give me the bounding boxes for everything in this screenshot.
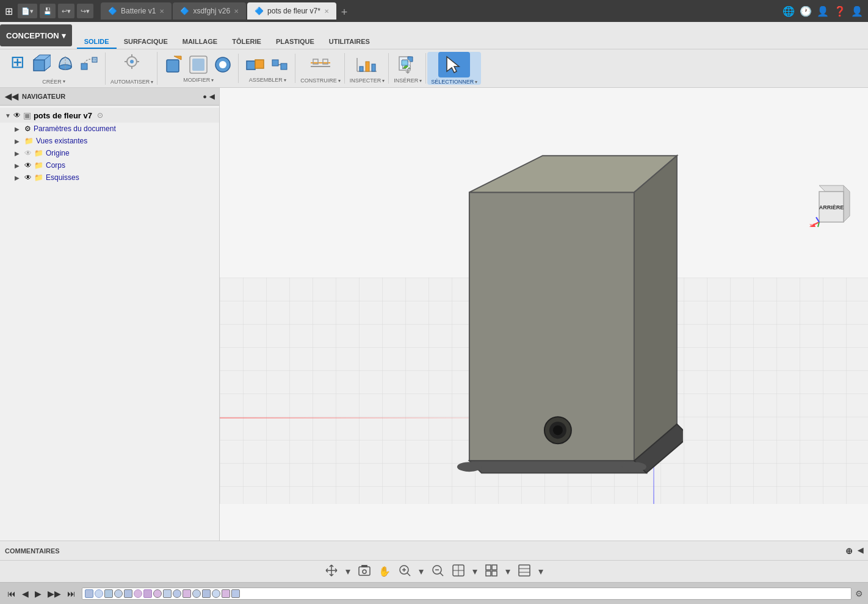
tab-surfacique[interactable]: SURFACIQUE (117, 35, 175, 49)
nav-root[interactable]: ▼ 👁 ▣ pots de fleur v7 ⊙ (0, 108, 219, 123)
nav-root-arrow[interactable]: ▼ (5, 112, 11, 119)
inserer-dropdown[interactable]: ▾ (419, 78, 422, 84)
redo-btn[interactable]: ↪▾ (77, 4, 93, 18)
history-icon[interactable]: 🕐 (800, 5, 812, 17)
nav-item-vues[interactable]: ▶ 📁 Vues existantes (10, 135, 219, 147)
tab-pots-close[interactable]: ✕ (324, 8, 329, 15)
nav-item-params[interactable]: ▶ ⚙ Paramètres du document (10, 123, 219, 135)
nav-origine-folder: 📁 (34, 149, 43, 157)
timeline-back[interactable]: ◀ (20, 588, 31, 600)
tab-batterie[interactable]: 🔷 Batterie v1 ✕ (101, 2, 172, 20)
timeline-settings-icon[interactable]: ⚙ (855, 589, 863, 599)
modifier-btn2[interactable] (187, 54, 210, 76)
tab-xsdfghj[interactable]: 🔷 xsdfghj v26 ✕ (173, 2, 246, 20)
assembler-dropdown[interactable]: ▾ (284, 77, 286, 83)
nav-item-esquisses[interactable]: ▶ 👁 📁 Esquisses (10, 171, 219, 184)
construire-dropdown[interactable]: ▾ (338, 78, 341, 84)
modifier-btn3[interactable] (211, 54, 234, 76)
nav-origine-eye[interactable]: 👁 (24, 149, 32, 157)
nav-root-settings[interactable]: ⊙ (97, 111, 103, 120)
undo-btn[interactable]: ↩▾ (58, 4, 74, 18)
creer-main-col: ⊞ (6, 52, 101, 85)
tab-pots[interactable]: 🔷 pots de fleur v7* ✕ (247, 2, 336, 20)
apps-icon[interactable]: ⊞ (5, 5, 13, 17)
nav-expand-icon[interactable]: ◀◀ (5, 92, 18, 101)
user-icon[interactable]: 👤 (817, 5, 829, 17)
display-mode-icon[interactable] (449, 563, 468, 581)
orientation-cube[interactable]: ARRIÈRE X (807, 179, 856, 228)
assembler-btn1[interactable] (244, 54, 267, 76)
camera-icon[interactable] (355, 563, 374, 581)
layout-dropdown[interactable]: ▾ (536, 564, 546, 578)
nav-item-corps[interactable]: ▶ 👁 📁 Corps (10, 159, 219, 171)
globe-icon[interactable]: 🌐 (783, 5, 795, 17)
account-icon[interactable]: 👤 (851, 5, 863, 17)
new-component-btn[interactable]: ⊞ (6, 52, 28, 77)
svg-rect-33 (366, 62, 369, 71)
viewport[interactable]: ARRIÈRE X (220, 88, 868, 541)
move-icon[interactable] (322, 563, 341, 581)
inserer-btn[interactable] (394, 53, 422, 76)
nav-corps-arrow[interactable]: ▶ (15, 162, 22, 169)
comments-collapse-icon[interactable]: ◀ (858, 546, 863, 556)
tab-tolerie[interactable]: TÔLERIE (225, 35, 269, 49)
automatiser-dropdown[interactable]: ▾ (151, 79, 153, 85)
svg-marker-40 (447, 57, 459, 73)
nav-vues-arrow[interactable]: ▶ (15, 138, 22, 145)
svg-text:X: X (809, 223, 813, 228)
timeline-track[interactable] (82, 588, 852, 600)
timeline-back-start[interactable]: ⏮ (5, 588, 18, 600)
timeline-shape-12 (192, 589, 201, 598)
nav-root-vis-icon[interactable]: 👁 (13, 111, 21, 120)
nav-corps-eye[interactable]: 👁 (24, 161, 32, 170)
nav-params-arrow[interactable]: ▶ (15, 126, 22, 132)
grid-dropdown[interactable]: ▾ (503, 564, 513, 578)
creer-dropdown[interactable]: ▾ (63, 79, 65, 84)
svg-rect-76 (492, 571, 497, 576)
extrude-btn[interactable] (29, 52, 52, 77)
nav-esquisses-eye[interactable]: 👁 (24, 173, 32, 182)
timeline-forward[interactable]: ▶▶ (45, 588, 63, 600)
nav-item-origine[interactable]: ▶ 👁 📁 Origine (10, 147, 219, 159)
navigator-collapse-icon[interactable]: ◀ (209, 93, 214, 101)
sweep-btn[interactable] (78, 52, 101, 77)
zoom-in-icon[interactable] (396, 563, 414, 581)
inspecter-btn[interactable] (353, 53, 381, 76)
tab-maillage[interactable]: MAILLAGE (175, 35, 225, 49)
grid-icon[interactable] (482, 563, 501, 581)
nav-origine-arrow[interactable]: ▶ (15, 150, 22, 157)
tab-plastique[interactable]: PLASTIQUE (269, 35, 322, 49)
construire-btn[interactable] (306, 53, 335, 76)
timeline-shape-1 (85, 589, 93, 598)
tab-solide[interactable]: SOLIDE (77, 35, 117, 49)
tab-utilitaires[interactable]: UTILITAIRES (322, 35, 377, 49)
zoom-dropdown[interactable]: ▾ (416, 564, 426, 578)
automatiser-btn[interactable] (118, 52, 146, 77)
navigator-dot-icon[interactable]: ● (203, 93, 207, 101)
tab-xsdfghj-close[interactable]: ✕ (234, 8, 239, 15)
timeline-play[interactable]: ▶ (32, 588, 44, 600)
nav-esquisses-arrow[interactable]: ▶ (15, 174, 22, 181)
move-dropdown[interactable]: ▾ (343, 564, 353, 578)
help-icon[interactable]: ❓ (834, 5, 846, 17)
timeline-shape-9 (163, 589, 172, 598)
comments-add-icon[interactable]: ⊕ (845, 546, 853, 556)
timeline-forward-end[interactable]: ⏭ (65, 588, 78, 600)
zoom-out-icon[interactable] (429, 563, 447, 581)
display-dropdown[interactable]: ▾ (470, 564, 480, 578)
selectionner-dropdown[interactable]: ▾ (475, 79, 477, 85)
tab-batterie-close[interactable]: ✕ (159, 8, 164, 15)
modifier-btn1[interactable] (162, 54, 186, 76)
selectionner-btn[interactable] (438, 52, 470, 77)
3d-object[interactable] (421, 143, 683, 499)
modifier-dropdown[interactable]: ▾ (211, 77, 214, 83)
layout-icon[interactable] (515, 563, 533, 581)
revolve-btn[interactable] (54, 52, 77, 77)
assembler-btn2[interactable] (268, 54, 291, 76)
pan-icon[interactable]: ✋ (376, 564, 393, 578)
new-file-btn[interactable]: 📄▾ (18, 4, 37, 18)
add-tab-btn[interactable]: + (338, 5, 352, 20)
save-btn[interactable]: 💾 (40, 4, 56, 18)
inspecter-dropdown[interactable]: ▾ (382, 78, 385, 84)
conception-button[interactable]: CONCEPTION ▾ (0, 24, 72, 46)
